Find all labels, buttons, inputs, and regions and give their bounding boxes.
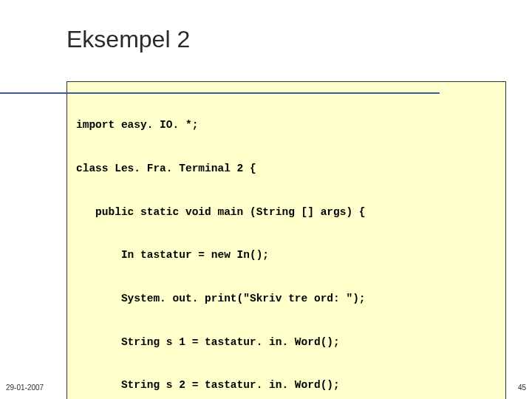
code-line: class Les. Fra. Terminal 2 { <box>76 162 497 177</box>
footer-page-number: 45 <box>518 383 526 392</box>
title-area: Eksempel 2 <box>66 26 521 53</box>
code-line: String s 1 = tastatur. in. Word(); <box>76 335 497 350</box>
code-line: System. out. print("Skriv tre ord: "); <box>76 292 497 307</box>
code-example-box: import easy. IO. *; class Les. Fra. Term… <box>66 81 506 399</box>
slide-title: Eksempel 2 <box>66 26 521 53</box>
code-line: In tastatur = new In(); <box>76 248 497 263</box>
slide: Eksempel 2 import easy. IO. *; class Les… <box>0 0 532 399</box>
code-line: import easy. IO. *; <box>76 118 497 133</box>
title-underline <box>0 92 440 94</box>
code-line: public static void main (String [] args)… <box>76 205 497 220</box>
footer-date: 29-01-2007 <box>6 383 44 392</box>
code-line: String s 2 = tastatur. in. Word(); <box>76 378 497 393</box>
